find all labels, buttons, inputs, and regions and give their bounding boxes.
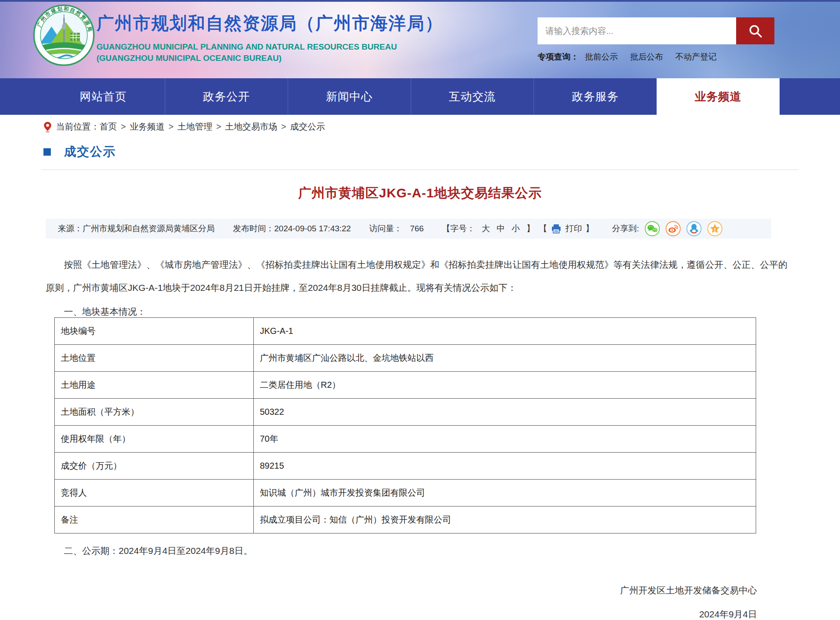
table-cell-label: 土地位置 <box>55 345 254 372</box>
fontsize-control: 【字号： 大 中 小 】 <box>442 223 539 234</box>
breadcrumb-home[interactable]: 首页 <box>100 121 117 133</box>
land-info-table: 地块编号 JKG-A-1 土地位置 广州市黄埔区广汕公路以北、金坑地铁站以西 土… <box>54 317 756 533</box>
table-cell-value: JKG-A-1 <box>254 318 756 345</box>
location-pin-icon <box>43 121 52 133</box>
table-row: 土地位置 广州市黄埔区广汕公路以北、金坑地铁站以西 <box>55 345 756 372</box>
nav-item-news[interactable]: 新闻中心 <box>288 78 411 115</box>
site-titles: 广州市规划和自然资源局（广州市海洋局） GUANGZHOU MUNICIPAL … <box>96 11 443 64</box>
fontsize-open: 【字号： <box>442 224 475 233</box>
table-cell-value: 89215 <box>254 453 756 480</box>
print-control: 【 打印 】 <box>539 223 612 234</box>
table-row: 地块编号 JKG-A-1 <box>55 318 756 345</box>
breadcrumb-deal-announcement[interactable]: 成交公示 <box>290 121 325 133</box>
site-header: 广州市规划和自然资源局 广州市规划和自然资源局（广州市海洋局） GUANGZHO… <box>0 0 840 78</box>
printer-icon <box>551 223 562 234</box>
print-button[interactable]: 打印 <box>565 223 582 234</box>
fontsize-medium[interactable]: 中 <box>497 224 505 233</box>
table-cell-label: 地块编号 <box>55 318 254 345</box>
source-value: 广州市规划和自然资源局黄埔区分局 <box>83 223 215 234</box>
special-query-link-pre-approval[interactable]: 批前公示 <box>585 51 618 63</box>
breadcrumb-land-management[interactable]: 土地管理 <box>177 121 212 133</box>
article-signature: 广州开发区土地开发储备交易中心 2024年9月4日 <box>41 584 799 620</box>
breadcrumb-land-market[interactable]: 土地交易市场 <box>225 121 277 133</box>
page: 广州市规划和自然资源局 广州市规划和自然资源局（广州市海洋局） GUANGZHO… <box>0 0 840 620</box>
main-nav: 网站首页 政务公开 新闻中心 互动交流 政务服务 业务频道 <box>0 78 840 115</box>
search-button[interactable] <box>736 17 774 44</box>
print-open: 【 <box>539 223 547 234</box>
site-title-zh: 广州市规划和自然资源局（广州市海洋局） <box>96 11 443 35</box>
table-cell-value: 知识城（广州）城市开发投资集团有限公司 <box>254 480 756 507</box>
table-row: 成交价（万元） 89215 <box>55 453 756 480</box>
table-cell-label: 竞得人 <box>55 480 254 507</box>
fontsize-close: 】 <box>526 224 535 233</box>
share-wechat-icon[interactable] <box>644 221 660 237</box>
breadcrumb-label: 当前位置： <box>56 121 100 133</box>
nav-item-interaction[interactable]: 互动交流 <box>411 78 534 115</box>
nav-items: 网站首页 政务公开 新闻中心 互动交流 政务服务 业务频道 <box>42 78 780 115</box>
nav-item-services[interactable]: 政务服务 <box>534 78 657 115</box>
search-input[interactable] <box>538 17 736 44</box>
nav-item-business-channel[interactable]: 业务频道 <box>657 78 780 115</box>
table-cell-label: 土地用途 <box>55 372 254 399</box>
special-query-link-real-estate[interactable]: 不动产登记 <box>675 51 717 63</box>
article-closing: 二、公示期：2024年9月4日至2024年9月8日。 <box>46 539 787 562</box>
section-header: 成交公示 <box>41 143 799 170</box>
special-query: 专项查询： 批前公示 批后公布 不动产登记 <box>538 51 729 63</box>
table-row: 备注 拟成立项目公司：知信（广州）投资开发有限公司 <box>55 507 756 533</box>
site-title-en-line2: (GUANGZHOU MUNICIPAL OCEANIC BUREAU) <box>96 53 443 64</box>
signature-org: 广州开发区土地开发储备交易中心 <box>41 584 757 597</box>
bureau-logo-icon: 广州市规划和自然资源局 <box>33 4 95 66</box>
breadcrumb-business-channel[interactable]: 业务频道 <box>130 121 165 133</box>
site-title-en: GUANGZHOU MUNICIPAL PLANNING AND NATURAL… <box>96 41 443 64</box>
nav-item-home[interactable]: 网站首页 <box>42 78 165 115</box>
breadcrumb-separator: > <box>121 122 126 132</box>
share-controls: 分享到: <box>612 221 722 237</box>
article-meta-bar: 来源： 广州市规划和自然资源局黄埔区分局 发布时间： 2024-09-05 17… <box>46 219 771 239</box>
fontsize-small[interactable]: 小 <box>511 224 520 233</box>
bureau-logo[interactable]: 广州市规划和自然资源局 <box>33 4 95 68</box>
table-cell-label: 土地面积（平方米） <box>55 399 254 426</box>
special-query-label: 专项查询： <box>538 51 579 63</box>
site-title-en-line1: GUANGZHOU MUNICIPAL PLANNING AND NATURAL… <box>96 41 443 53</box>
breadcrumb: 当前位置： 首页 > 业务频道 > 土地管理 > 土地交易市场 > 成交公示 <box>43 121 325 133</box>
source-label: 来源： <box>58 223 83 234</box>
table-row: 土地用途 二类居住用地（R2） <box>55 372 756 399</box>
publish-time: 2024-09-05 17:43:22 <box>274 224 351 233</box>
section-square-icon <box>43 148 51 156</box>
table-row: 竞得人 知识城（广州）城市开发投资集团有限公司 <box>55 480 756 507</box>
svg-text:z: z <box>714 227 716 231</box>
views-label: 访问量： <box>369 223 402 234</box>
share-qzone-icon[interactable]: z <box>707 221 723 237</box>
table-cell-value: 广州市黄埔区广汕公路以北、金坑地铁站以西 <box>254 345 756 372</box>
table-row: 使用权年限（年） 70年 <box>55 426 756 453</box>
share-weibo-icon[interactable] <box>665 221 681 237</box>
print-close: 】 <box>585 223 594 234</box>
table-cell-value: 二类居住用地（R2） <box>254 372 756 399</box>
fontsize-large[interactable]: 大 <box>481 224 490 233</box>
breadcrumb-separator: > <box>216 122 221 132</box>
special-query-link-post-approval[interactable]: 批后公布 <box>630 51 663 63</box>
publish-label: 发布时间： <box>233 223 274 234</box>
table-cell-label: 使用权年限（年） <box>55 426 254 453</box>
article-paragraph-1: 按照《土地管理法》、《城市房地产管理法》、《招标拍卖挂牌出让国有土地使用权规定》… <box>46 253 787 299</box>
table-cell-label: 备注 <box>55 507 254 533</box>
share-qq-icon[interactable] <box>686 221 702 237</box>
table-cell-value: 70年 <box>254 426 756 453</box>
search-bar <box>538 17 774 44</box>
signature-date: 2024年9月4日 <box>41 608 757 620</box>
section-title: 成交公示 <box>64 143 116 160</box>
article-title: 广州市黄埔区JKG-A-1地块交易结果公示 <box>41 184 799 202</box>
table-row: 土地面积（平方米） 50322 <box>55 399 756 426</box>
table-cell-value: 50322 <box>254 399 756 426</box>
nav-item-gov-info[interactable]: 政务公开 <box>165 78 288 115</box>
table-cell-value: 拟成立项目公司：知信（广州）投资开发有限公司 <box>254 507 756 533</box>
breadcrumb-separator: > <box>281 122 286 132</box>
search-icon <box>747 23 763 39</box>
views-count: 766 <box>410 224 424 233</box>
table-cell-label: 成交价（万元） <box>55 453 254 480</box>
breadcrumb-separator: > <box>169 122 174 132</box>
share-label: 分享到: <box>612 223 639 234</box>
